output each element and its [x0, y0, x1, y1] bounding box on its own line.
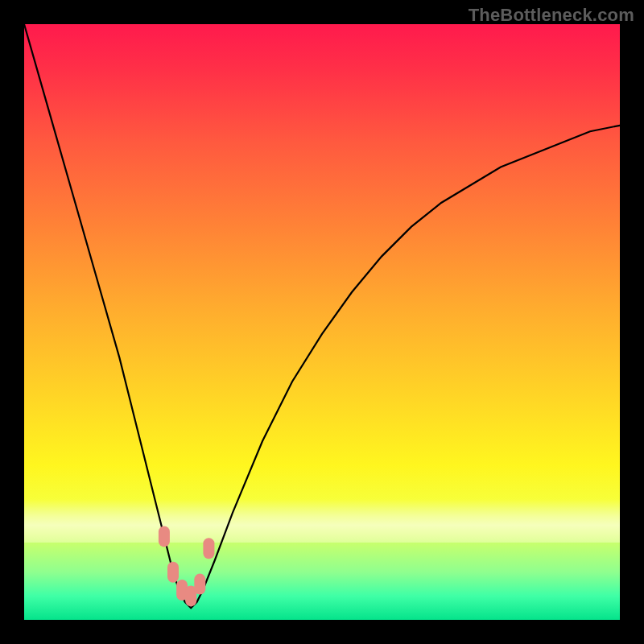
- bottleneck-curve: [24, 24, 620, 608]
- plot-area: [24, 24, 620, 620]
- curve-layer: [24, 24, 620, 620]
- curve-marker: [194, 574, 205, 595]
- curve-marker: [159, 526, 170, 547]
- chart-frame: TheBottleneck.com: [0, 0, 644, 644]
- curve-marker: [203, 538, 214, 559]
- curve-marker: [167, 562, 179, 583]
- marker-group: [159, 526, 215, 606]
- watermark-text: TheBottleneck.com: [469, 5, 634, 26]
